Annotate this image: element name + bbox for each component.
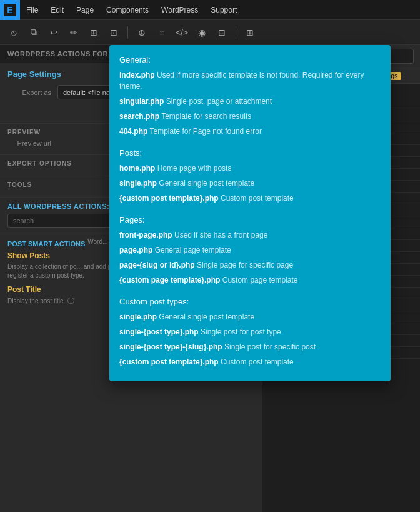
menu-items: File Edit Page Components WordPress Supp… <box>20 0 243 20</box>
app-logo: E <box>0 0 20 20</box>
pages-section-title: Pages: <box>119 215 381 224</box>
post-smart-title: POST SMART ACTIONS <box>8 240 85 248</box>
brush-icon[interactable]: ✏ <box>65 24 82 41</box>
menu-components[interactable]: Components <box>100 0 155 20</box>
general-section-title: General: <box>119 55 381 64</box>
popup-list-item[interactable]: front-page.php Used if site has a front … <box>119 229 381 241</box>
layout-icon[interactable]: ⊡ <box>105 24 122 41</box>
duplicate-icon[interactable]: ⧉ <box>25 24 42 41</box>
general-items: index.php Used if more specific template… <box>119 69 381 137</box>
code-icon[interactable]: </> <box>173 24 191 41</box>
popup-list-item[interactable]: singular.php Single post, page or attach… <box>119 96 381 107</box>
menu-page[interactable]: Page <box>70 0 100 20</box>
toolbar: ⎋ ⧉ ↩ ✏ ⊞ ⊡ ⊕ ≡ </> ◉ ⊟ ⊞ <box>0 20 420 45</box>
post-title-desc: Display the post title. <box>8 297 65 306</box>
custom-post-types-section-title: Custom post types: <box>119 297 381 306</box>
popup-list-item[interactable]: {custom page template}.php Custom page t… <box>119 274 381 286</box>
list-icon[interactable]: ≡ <box>153 24 171 41</box>
preview-icon[interactable]: ◉ <box>193 24 211 41</box>
menu-wordpress[interactable]: WordPress <box>155 0 204 20</box>
popup-list-item[interactable]: {custom post template}.php Custom post t… <box>119 193 381 204</box>
export-as-label: Export as <box>8 89 58 96</box>
layers-icon[interactable]: ⊟ <box>213 24 231 41</box>
popup-list-item[interactable]: search.php Template for search results <box>119 111 381 122</box>
pages-items: front-page.php Used if site has a front … <box>119 229 381 286</box>
info-icon: ⓘ <box>68 296 74 306</box>
popup-list-item[interactable]: single.php General single post template <box>119 311 381 323</box>
popup-list-item[interactable]: 404.php Template for Page not found erro… <box>119 126 381 137</box>
menu-support[interactable]: Support <box>204 0 243 20</box>
popup-list-item[interactable]: single.php General single post template <box>119 178 381 189</box>
popup-list-item[interactable]: page.php General page template <box>119 244 381 256</box>
popup-list-item[interactable]: single-{post type}.php Single post for p… <box>119 326 381 338</box>
divider-1 <box>119 141 381 148</box>
menu-bar: E File Edit Page Components WordPress Su… <box>0 0 420 20</box>
post-smart-subtitle: Word... <box>88 238 108 245</box>
escape-icon[interactable]: ⎋ <box>5 24 22 41</box>
posts-section-title: Posts: <box>119 148 381 158</box>
popup-list-item[interactable]: page-{slug or id}.php Single page for sp… <box>119 259 381 271</box>
separator-1 <box>128 26 128 39</box>
wordpress-icon[interactable]: ⊕ <box>133 24 151 41</box>
undo-icon[interactable]: ↩ <box>45 24 62 41</box>
menu-file[interactable]: File <box>20 0 44 20</box>
popup-list-item[interactable]: single-{post type}-{slug}.php Single pos… <box>119 341 381 353</box>
preview-url-label: Preview url <box>8 139 58 147</box>
popup-list-item[interactable]: home.php Home page with posts <box>119 163 381 174</box>
custom-post-items: single.php General single post templates… <box>119 311 381 368</box>
menu-edit[interactable]: Edit <box>44 0 70 20</box>
export-icon[interactable]: ⊞ <box>241 24 259 41</box>
separator-2 <box>236 26 236 39</box>
popup-list-item[interactable]: {custom post template}.php Custom post t… <box>119 356 381 368</box>
posts-items: home.php Home page with postssingle.php … <box>119 163 381 204</box>
template-popup: General: index.php Used if more specific… <box>109 45 391 381</box>
divider-3 <box>119 289 381 297</box>
popup-list-item[interactable]: index.php Used if more specific template… <box>119 69 381 92</box>
divider-2 <box>119 208 381 215</box>
grid-icon[interactable]: ⊞ <box>85 24 102 41</box>
